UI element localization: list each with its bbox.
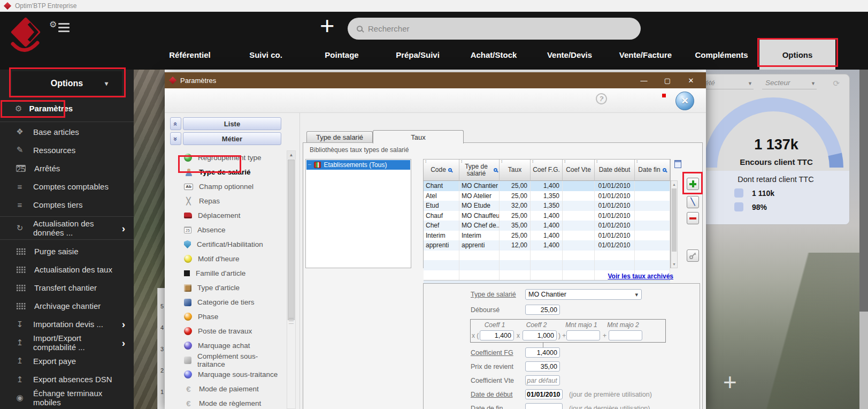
nav-tab-vente-devis[interactable]: Vente/Devis — [532, 40, 608, 70]
delete-rate-button[interactable] — [687, 212, 699, 224]
date-fin-field[interactable] — [525, 403, 563, 409]
sidebar-item-purge-saisie[interactable]: Purge saisie — [0, 242, 134, 260]
param-item-deplacement[interactable]: Déplacement — [169, 208, 286, 223]
search-icon[interactable] — [494, 168, 497, 172]
tab-type-de-salarie[interactable]: Type de salarié — [306, 131, 373, 143]
column-header-coef-f-g[interactable]: ↕Coef F.G. — [531, 160, 563, 181]
coeff2-field[interactable]: 1,000 — [523, 330, 557, 340]
coefficient-vte-field[interactable]: par défaut — [525, 375, 560, 385]
dialog-close-button[interactable] — [675, 92, 694, 110]
collapse-all-icon[interactable]: « — [170, 117, 181, 130]
type-salarie-select[interactable]: MO Chantier — [525, 289, 642, 300]
sidebar-options-dropdown[interactable]: Options — [12, 71, 122, 95]
scroll-down-icon[interactable]: ▼ — [671, 261, 677, 268]
scrollbar-thumb[interactable] — [672, 188, 677, 252]
sidebar-item-echange-terminaux-mobiles[interactable]: ◉Échange terminaux mobiles — [0, 389, 134, 407]
search-icon[interactable] — [663, 168, 666, 172]
sidebar-item-actualisation-des-taux[interactable]: Actualisation des taux — [0, 260, 134, 278]
param-list-scrollbar[interactable]: ▲ ——— — [287, 150, 296, 409]
sidebar-item-import-export-comptabilite[interactable]: ↥Import/Export comptabilité ...› — [0, 334, 134, 352]
mnt-majo2-field[interactable] — [609, 330, 642, 340]
page-scrollbar[interactable] — [859, 70, 868, 409]
param-item-motif-d-heure[interactable]: Motif d'heure — [169, 252, 286, 266]
sidebar-item-export-paye[interactable]: ↥Export paye — [0, 352, 134, 370]
maximize-icon[interactable]: ▢ — [656, 72, 679, 88]
sidebar-item-archivage-chantier[interactable]: Archivage chantier — [0, 297, 134, 315]
param-item-marquage-achat[interactable]: Marquage achat — [169, 338, 286, 353]
sidebar-item-importation-devis[interactable]: ↧Importation devis ...› — [0, 315, 134, 334]
refresh-icon[interactable]: ⟳ — [833, 79, 840, 88]
param-item-absence[interactable]: 25Absence — [169, 223, 286, 237]
table-row[interactable]: EtudMO Etude32,001,35001/01/2010 — [424, 201, 670, 211]
nav-tab-achat-stock[interactable]: Achat/Stock — [456, 40, 532, 70]
column-header-taux[interactable]: ↕Taux — [500, 160, 531, 181]
sidebar-item-transfert-chantier[interactable]: Transfert chantier — [0, 279, 134, 297]
nav-tab-complements[interactable]: Compléments — [683, 40, 759, 70]
param-item-mode-de-paiement[interactable]: €Mode de paiement — [169, 382, 286, 396]
scroll-up-icon[interactable]: ▲ — [287, 151, 295, 159]
scrollbar-thumb[interactable] — [288, 160, 295, 320]
societe-filter-dropdown[interactable]: iété ▼ — [702, 79, 754, 89]
archived-rates-link[interactable]: Voir les taux archivés — [608, 272, 673, 280]
nav-tab-pointage[interactable]: Pointage — [304, 40, 380, 70]
column-header-date-fin[interactable]: ↕Date fin — [635, 160, 670, 181]
param-item-mode-de-reglement[interactable]: €Mode de règlement — [169, 396, 286, 409]
table-row[interactable]: ChaufMO Chauffeur25,001,40001/01/2010 — [424, 211, 670, 221]
param-item-poste-de-travaux[interactable]: Poste de travaux — [169, 324, 286, 338]
table-row[interactable]: InterimInterim25,001,40001/01/2010 — [424, 231, 670, 241]
param-item-famille-d-article[interactable]: Famille d'article — [169, 266, 286, 281]
sidebar-item-base-articles[interactable]: ❖Base articles — [0, 123, 134, 141]
quick-add-icon[interactable]: + — [320, 13, 334, 38]
nav-tab-referentiel[interactable]: Référentiel — [152, 40, 228, 70]
nav-tab-options[interactable]: Options — [759, 40, 835, 70]
expand-all-icon[interactable]: » — [170, 132, 181, 145]
sidebar-item-comptes-tiers[interactable]: ≡Comptes tiers — [0, 196, 134, 214]
dialog-titlebar[interactable]: Paramètres — ▢ ✕ — [165, 72, 706, 88]
edit-rate-button[interactable]: ╲ — [687, 196, 699, 208]
sidebar-item-arretes[interactable]: 25Arrêtés — [0, 159, 134, 177]
sidebar-item-parametres[interactable]: ⚙ Paramètres — [0, 100, 134, 117]
help-icon[interactable] — [595, 92, 608, 105]
table-scrollbar[interactable]: ▲ ▼ — [671, 180, 678, 268]
coeff1-field[interactable]: 1,400 — [480, 330, 514, 340]
accordion-header-liste[interactable]: Liste — [183, 117, 281, 130]
sidebar-item-actualisation-des-donnees[interactable]: ↻Actualisation des données ...› — [0, 219, 134, 237]
scroll-up-icon[interactable]: ▲ — [671, 181, 677, 188]
global-search-input[interactable]: Rechercher — [348, 18, 641, 40]
column-chooser-icon[interactable] — [674, 160, 681, 168]
param-item-repas[interactable]: ╳Repas — [169, 194, 286, 208]
tree-item-etablissements[interactable]: ┄ Etablissements (Tous) — [306, 160, 410, 170]
param-item-type-d-article[interactable]: Type d'article — [169, 281, 286, 295]
nav-tab-suivi-co[interactable]: Suivi co. — [228, 40, 304, 70]
sidebar-item-comptes-comptables[interactable]: ≡Comptes comptables — [0, 178, 134, 196]
column-header-type-de-salarie[interactable]: ↕Type de salarié — [459, 160, 500, 181]
minimize-icon[interactable]: — — [632, 72, 656, 88]
param-item-champ-optionnel[interactable]: AbChamp optionnel — [169, 179, 286, 194]
mnt-majo1-field[interactable] — [566, 330, 600, 340]
param-item-phase[interactable]: Phase — [169, 309, 286, 324]
scrollbar-grip[interactable]: ——— — [289, 317, 294, 325]
param-item-marquage-sous-traitance[interactable]: Marquage sous-traitance — [169, 367, 286, 382]
sidebar-item-export-absences-dsn[interactable]: ↥Export absences DSN — [0, 370, 134, 388]
column-header-code[interactable]: ↕Code — [424, 160, 459, 181]
sidebar-item-ressources[interactable]: ✎Ressources — [0, 141, 134, 159]
table-row[interactable]: apprentiapprenti12,001,40001/01/2010 — [424, 240, 670, 251]
column-header-coef-vte[interactable]: ↕Coef Vte — [563, 160, 595, 181]
key-tool-button[interactable] — [687, 249, 699, 262]
settings-gear-icon[interactable]: ⚙ — [49, 19, 57, 29]
optim-btp-logo-icon[interactable] — [9, 16, 43, 62]
panel-splitter[interactable] — [299, 113, 300, 409]
coefficient-fg-field[interactable]: 1,4000 — [525, 347, 560, 358]
tab-taux[interactable]: Taux — [373, 130, 464, 143]
accordion-header-metier[interactable]: Métier — [183, 132, 281, 145]
menu-hamburger-icon[interactable] — [58, 23, 70, 34]
nav-tab-vente-facture[interactable]: Vente/Facture — [608, 40, 683, 70]
param-item-regroupement-type[interactable]: Regroupement type — [169, 150, 286, 165]
table-row[interactable]: AtelMO Atelier25,001,35001/01/2010 — [424, 191, 670, 201]
debourse-field[interactable]: 25,00 — [525, 305, 560, 315]
param-item-certificat-habilitation[interactable]: Certificat/Habilitation — [169, 237, 286, 252]
search-icon[interactable] — [448, 168, 452, 172]
secteur-filter-dropdown[interactable]: Secteur ▼ — [762, 79, 817, 89]
nav-tab-prepa-suivi[interactable]: Prépa/Suivi — [380, 40, 456, 70]
param-item-complement-sous-traitance[interactable]: Complément sous-traitance — [169, 353, 286, 367]
